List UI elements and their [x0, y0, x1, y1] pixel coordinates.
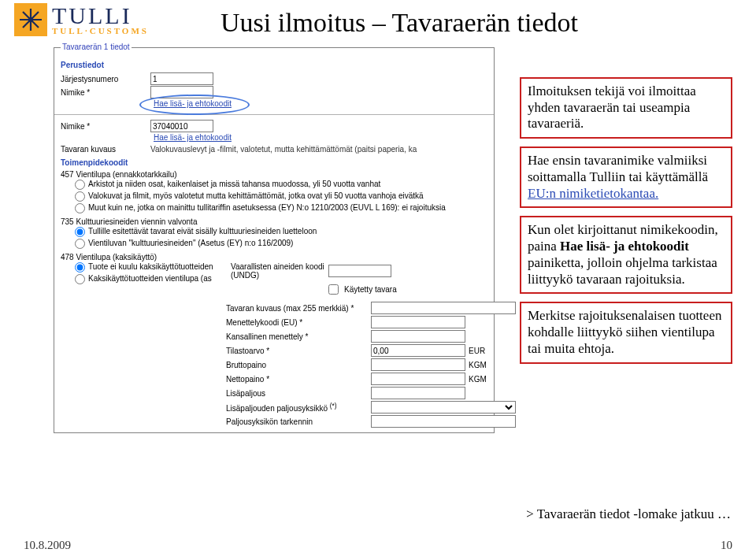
nettopaino-label: Nettopaino *	[226, 375, 368, 384]
callout-stack: Ilmoituksen tekijä voi ilmoittaa yhden t…	[520, 77, 732, 364]
footer-date: 10.8.2009	[24, 539, 71, 552]
vaarallisten-input[interactable]	[328, 265, 391, 277]
code-457-opt1-radio[interactable]	[75, 180, 85, 190]
lisapaljous-input[interactable]	[371, 387, 465, 399]
tilastoarvo-unit: EUR	[469, 347, 516, 355]
callout-2: Hae ensin tavaranimike valmiiksi soittam…	[520, 146, 732, 208]
bruttopaino-input[interactable]	[371, 358, 465, 371]
kaytetty-checkbox[interactable]	[328, 284, 339, 295]
nimike-input-2[interactable]	[150, 120, 213, 132]
hae-koodit-link-2[interactable]: Hae lisä- ja ehtokoodit	[154, 133, 232, 142]
tilastoarvo-label: Tilastoarvo *	[226, 347, 368, 355]
kaytetty-label: Käytetty tavara	[344, 285, 397, 294]
lisapaljous-label: Lisäpaljous	[226, 389, 368, 398]
tilastoarvo-input[interactable]	[371, 344, 465, 357]
logo-subtext: TULL·CUSTOMS	[52, 26, 149, 35]
callout-3-text-c: painiketta, jolloin ohjelma tarkistaa li…	[528, 255, 717, 287]
paljousyksikon-label: Paljousyksikön tarkennin	[226, 417, 368, 426]
code-735-opt2-radio[interactable]	[75, 239, 85, 249]
code-457-opt3-radio[interactable]	[75, 203, 85, 213]
code-457-opt3-label: Muut kuin ne, jotka on mainittu tullitar…	[88, 203, 446, 212]
jarjestysnumero-input[interactable]	[150, 72, 213, 85]
logo-mark-icon	[14, 3, 47, 36]
logo-word: TULLI	[52, 5, 149, 26]
svg-point-1	[28, 17, 33, 22]
nimike-label-2: Nimike *	[61, 122, 147, 131]
menettelykoodi-label: Menettelykoodi (EU) *	[226, 318, 368, 327]
kansallinen-input[interactable]	[371, 330, 465, 343]
code-478-opt2-radio[interactable]	[75, 274, 85, 284]
code-478-opt2-label: Kaksikäyttötuotteiden vientilupa (as	[88, 274, 212, 283]
callout-3-text-b: Hae lisä- ja ehtokoodit	[560, 239, 689, 254]
callout-4: Merkitse rajoituksenalaisen tuotteen koh…	[520, 302, 732, 363]
kansallinen-label: Kansallinen menettely *	[226, 332, 368, 341]
code-735-opt1-label: Tullille esitettävät tavarat eivät sisäl…	[88, 227, 317, 235]
code-478-opt1-radio[interactable]	[75, 262, 85, 273]
lisapaljouden-select[interactable]	[371, 401, 516, 414]
section-toimenpidekoodit: Toimenpidekoodit	[61, 158, 487, 167]
nettopaino-input[interactable]	[371, 373, 465, 385]
bruttopaino-label: Bruttopaino	[226, 361, 368, 369]
code-735-title: 735 Kulttuuriesineiden viennin valvonta	[61, 217, 487, 226]
hae-koodit-link-1[interactable]: Hae lisä- ja ehtokoodit	[154, 99, 232, 108]
eu-link[interactable]: EU:n nimiketietokantaa.	[528, 186, 658, 201]
callout-4-text: Merkitse rajoituksenalaisen tuotteen koh…	[528, 308, 721, 355]
tavaran-kuvaus-label: Tavaran kuvaus	[61, 145, 147, 154]
vaarallisten-label: Vaarallisten aineiden koodi (UNDG)	[231, 262, 325, 280]
form-screenshot: Tavaraerän 1 tiedot Perustiedot Järjesty…	[54, 47, 495, 433]
kuvaus255-label: Tavaran kuvaus (max 255 merkkiä) *	[226, 304, 368, 313]
code-735-opt2-label: Vientiluvan "kulttuuriesineiden" (Asetus…	[88, 239, 293, 247]
kuvaus255-input[interactable]	[371, 302, 516, 314]
code-457-opt2-radio[interactable]	[75, 191, 85, 202]
code-457-title: 457 Vientilupa (ennakkotarkkailu)	[61, 170, 487, 179]
code-478-opt1-label: Tuote ei kuulu kaksikäyttötuotteiden	[88, 262, 213, 271]
code-735-opt1-radio[interactable]	[75, 227, 85, 237]
menettelykoodi-input[interactable]	[371, 316, 465, 328]
footer-page: 10	[721, 539, 732, 552]
section-perustiedot: Perustiedot	[61, 61, 487, 69]
code-478-title: 478 Vientilupa (kaksikäyttö)	[61, 253, 487, 261]
nimike-label: Nimike *	[61, 88, 147, 97]
code-457-opt2-label: Valokuvat ja filmit, myös valotetut mutt…	[88, 191, 424, 200]
callout-1: Ilmoituksen tekijä voi ilmoittaa yhden t…	[520, 77, 732, 139]
paljousyksikon-input[interactable]	[371, 415, 516, 428]
code-457-opt1-label: Arkistot ja niiden osat, kaikenlaiset ja…	[88, 180, 380, 188]
nimike-input-1[interactable]	[150, 86, 213, 98]
nettopaino-unit: KGM	[469, 375, 516, 384]
logo: TULLI TULL·CUSTOMS	[14, 3, 149, 36]
lisapaljouden-label: Lisäpaljouden paljousyksikkö (*)	[226, 402, 368, 413]
callout-2-text-a: Hae ensin tavaranimike valmiiksi soittam…	[528, 153, 708, 184]
callout-1-text: Ilmoituksen tekijä voi ilmoittaa yhden t…	[528, 83, 696, 131]
page-title: Uusi ilmoitus – Tavaraerän tiedot	[220, 8, 578, 38]
tavaran-kuvaus-value: Valokuvauslevyt ja -filmit, valotetut, m…	[150, 145, 487, 154]
continue-note: > Tavaraerän tiedot -lomake jatkuu …	[526, 506, 731, 522]
jarjestysnumero-label: Järjestysnumero	[61, 75, 147, 83]
callout-3: Kun olet kirjoittanut nimikekoodin, pain…	[520, 216, 732, 294]
bruttopaino-unit: KGM	[469, 361, 516, 369]
